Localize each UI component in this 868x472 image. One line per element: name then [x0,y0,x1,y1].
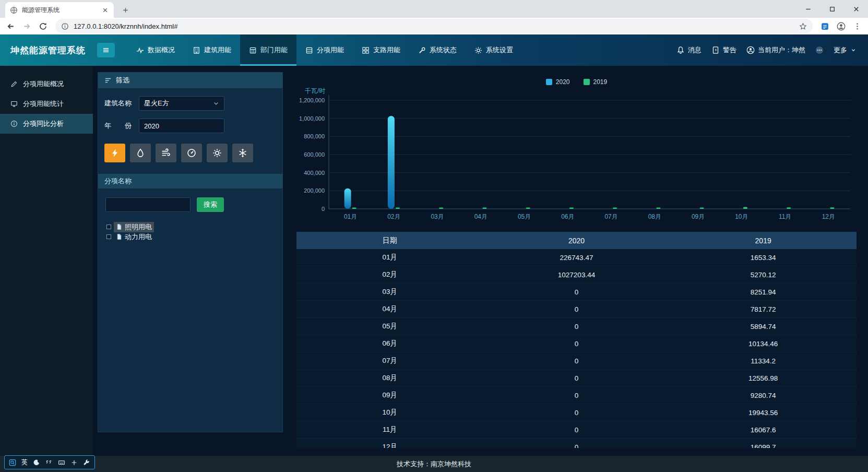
new-tab-button[interactable] [118,3,132,17]
globe-favicon-icon [10,6,18,14]
pencil-icon [10,80,18,88]
energy-cooling-button[interactable] [232,144,253,162]
window-maximize-button[interactable] [820,0,844,18]
table-cell: 0 [483,387,670,404]
nav-item-4[interactable]: 支路用能 [353,34,409,66]
energy-heat-button[interactable] [181,144,202,162]
messages-button[interactable]: 消息 [676,45,701,55]
table-cell: 7817.72 [670,301,857,317]
ime-settings-wrench-icon[interactable] [83,459,90,466]
main-nav: 数据概况建筑用能部门用能分项用能支路用能系统状态系统设置 [127,34,522,66]
subitem-search-input[interactable] [105,197,191,212]
nav-item-0[interactable]: 数据概况 [127,34,184,66]
table-cell: 10134.46 [670,335,857,352]
sun-icon [212,148,222,158]
chevron-down-icon [850,47,857,53]
url-bar[interactable]: 127.0.0.1:8020/krznnh/index.html# [55,19,813,33]
page-info-icon[interactable] [61,22,69,30]
table-header-cell: 2019 [670,232,857,249]
chart-plot: 0200,000400,000600,000800,0001,000,0001,… [296,88,857,227]
tree-node-0[interactable]: 照明用电 [114,222,154,232]
refresh-button[interactable] [36,19,50,33]
svg-text:08月: 08月 [648,213,661,220]
nav-item-2[interactable]: 部门用能 [240,34,296,66]
more-label: 更多 [834,45,847,55]
bookmark-star-icon[interactable] [799,22,807,30]
messages-label: 消息 [688,45,701,55]
ime-punctuation-icon[interactable] [45,459,53,466]
table-cell: 06月 [296,335,483,352]
table-cell: 5894.74 [670,318,857,335]
browser-menu-button[interactable] [850,19,864,33]
menu-toggle-button[interactable] [97,43,115,57]
table-cell: 12月 [296,439,483,448]
table-row-9: 10月019943.56 [296,404,857,421]
url-text[interactable]: 127.0.0.1:8020/krznnh/index.html# [74,22,794,30]
browser-tab[interactable]: 能源管理系统 [5,2,114,18]
window-close-button[interactable] [844,0,868,18]
ime-language-toggle[interactable]: 英 [21,458,28,467]
tab-close-icon[interactable] [101,6,109,14]
energy-type-buttons [104,144,282,162]
table-header-row: 日期20202019 [296,232,857,249]
filter-icon [104,77,112,84]
nav-item-6[interactable]: 系统设置 [466,34,522,66]
table-header-cell: 2020 [483,232,670,249]
more-dots-button[interactable] [815,46,824,54]
nav-item-1[interactable]: 建筑用能 [184,34,240,66]
ime-keyboard-icon[interactable] [58,459,65,466]
current-user[interactable]: 当前用户：坤然 [746,45,805,55]
table-cell: 16067.6 [670,421,857,438]
sidebar-item-label: 分项用能统计 [23,99,64,109]
nav-item-3[interactable]: 分项用能 [296,34,353,66]
footer: 技术支持：南京坤然科技 [0,456,868,472]
extension-button[interactable] [818,19,832,33]
year-input[interactable]: 2020 [139,119,224,133]
ime-fullwidth-moon-icon[interactable] [33,459,40,466]
browser-tabstrip: 能源管理系统 [0,0,868,18]
tree-expander[interactable] [106,234,111,239]
year-input-value: 2020 [144,122,159,130]
window-minimize-button[interactable] [796,0,820,18]
tree-row-1: 动力用电 [106,232,282,241]
back-arrow-icon [6,22,15,31]
back-button[interactable] [4,19,18,33]
table-cell: 0 [483,284,670,300]
search-button[interactable]: 搜索 [197,197,224,212]
tree-node-1[interactable]: 动力用电 [114,232,154,242]
legend-item[interactable]: 2020 [546,78,570,86]
tab-title: 能源管理系统 [22,6,97,15]
nav-item-5[interactable]: 系统状态 [409,34,466,66]
alerts-button[interactable]: 警告 [711,45,736,55]
plus-icon [122,6,129,14]
bar-chart-svg: 0200,000400,000600,000800,0001,000,0001,… [296,88,857,225]
table-row-0: 01月226743.471653.34 [296,249,857,266]
sidebar-item-0[interactable]: 分项用能概况 [0,74,93,94]
ime-logo-icon[interactable] [9,459,16,466]
energy-solar-button[interactable] [207,144,228,162]
subitem-header-label: 分项名称 [104,176,132,186]
building-select[interactable]: 星火E方 [139,96,224,111]
table-cell: 8251.94 [670,284,857,300]
legend-item[interactable]: 2019 [584,78,608,86]
ime-plus-icon[interactable] [70,459,78,466]
tree-node-label: 照明用电 [125,222,152,232]
table-cell: 04月 [296,301,483,317]
tree-expander[interactable] [106,225,111,229]
nav-item-label: 建筑用能 [204,45,231,55]
energy-gas-button[interactable] [156,144,176,162]
more-button[interactable]: 更多 [834,45,857,55]
energy-water-button[interactable] [130,144,151,162]
energy-electricity-button[interactable] [104,144,125,162]
table-cell: 0 [483,439,670,448]
forward-arrow-icon [22,22,31,31]
browser-profile-button[interactable] [834,19,848,33]
svg-text:06月: 06月 [561,213,574,220]
table-row-5: 06月010134.46 [296,335,857,352]
sidebar-item-1[interactable]: 分项用能统计 [0,94,93,114]
main-row: 分项用能概况分项用能统计分项同比分析 筛选 建筑名称 星火E方 年 份 [0,66,868,456]
forward-button[interactable] [20,19,34,33]
sidebar-item-2[interactable]: 分项同比分析 [0,114,93,134]
app-logo: 坤然能源管理系统 [10,44,86,56]
kebab-menu-icon [853,22,862,31]
